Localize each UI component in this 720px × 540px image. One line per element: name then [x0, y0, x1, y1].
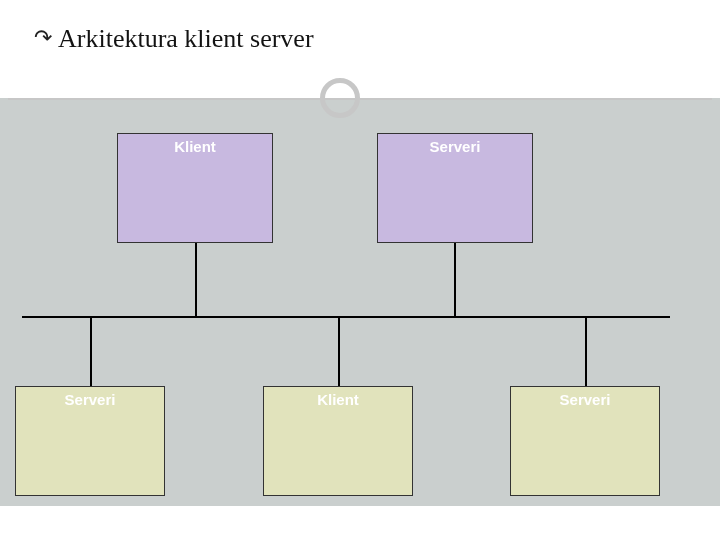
node-label: Klient — [317, 391, 359, 408]
node-serveri-bottom-left: Serveri — [15, 386, 165, 496]
page-title: ↷Arkitektura klient server — [34, 24, 314, 54]
bullet-icon: ↷ — [34, 25, 52, 50]
connector-bottom-left — [90, 316, 92, 386]
node-label: Serveri — [65, 391, 116, 408]
separator-line — [8, 98, 712, 100]
title-text: Arkitektura klient server — [58, 24, 314, 53]
node-klient-bottom: Klient — [263, 386, 413, 496]
node-label: Klient — [174, 138, 216, 155]
node-serveri-bottom-right: Serveri — [510, 386, 660, 496]
connector-top-left — [195, 243, 197, 316]
circle-accent-icon — [320, 78, 360, 118]
node-serveri-top: Serveri — [377, 133, 533, 243]
node-label: Serveri — [430, 138, 481, 155]
node-label: Serveri — [560, 391, 611, 408]
connector-top-right — [454, 243, 456, 316]
connector-bottom-right — [585, 316, 587, 386]
connector-bottom-mid — [338, 316, 340, 386]
node-klient-top: Klient — [117, 133, 273, 243]
bus-line — [22, 316, 670, 318]
slide: ↷Arkitektura klient server Klient Server… — [0, 0, 720, 540]
footer-strip — [0, 506, 720, 540]
